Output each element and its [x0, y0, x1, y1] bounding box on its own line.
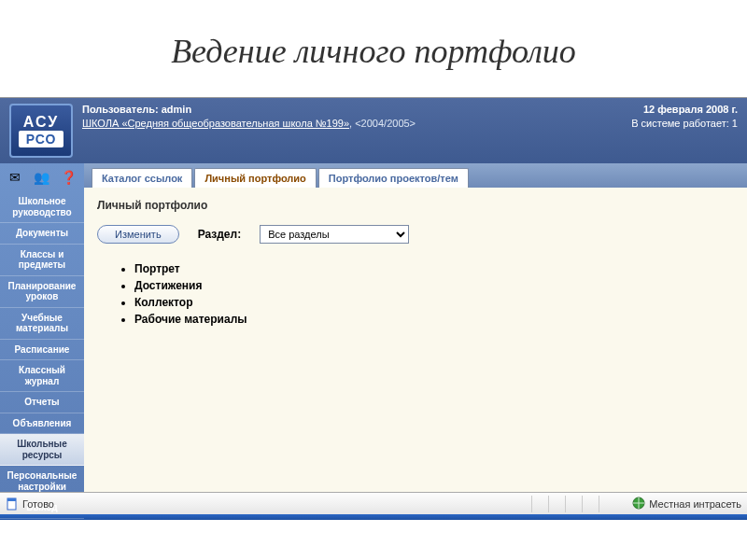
globe-icon	[632, 497, 645, 511]
sidebar-item-schedule[interactable]: Расписание	[0, 340, 84, 361]
user-info: Пользователь: admin ШКОЛА «Средняя общео…	[82, 104, 631, 158]
logo-text-bottom: РСО	[19, 131, 64, 147]
tab-projects-portfolio[interactable]: Портфолио проектов/тем	[318, 168, 469, 188]
sidebar-item-settings[interactable]: Персональные настройки	[0, 466, 84, 497]
slide-title: Ведение личного портфолио	[0, 0, 747, 97]
tabbar: Каталог ссылок Личный портфолио Портфоли…	[84, 163, 747, 188]
portfolio-sections-list: Портрет Достижения Коллектор Рабочие мат…	[97, 260, 734, 328]
logo[interactable]: АСУ РСО	[9, 104, 73, 158]
status-ready: Готово	[22, 498, 54, 510]
tab-personal-portfolio[interactable]: Личный портфолио	[194, 168, 316, 188]
header-date: 12 февраля 2008 г.	[631, 104, 738, 115]
school-year: , <2004/2005>	[349, 118, 416, 129]
mail-icon[interactable]: ✉	[5, 168, 25, 187]
user-label: Пользователь: admin	[82, 104, 631, 115]
tab-links-catalog[interactable]: Каталог ссылок	[92, 168, 192, 188]
logo-text-top: АСУ	[23, 114, 59, 131]
sidebar-item-classes[interactable]: Классы и предметы	[0, 245, 84, 276]
app-window: АСУ РСО Пользователь: admin ШКОЛА «Средн…	[0, 97, 747, 520]
list-item[interactable]: Коллектор	[134, 294, 734, 311]
section-title: Личный портфолио	[97, 199, 734, 212]
sidebar-item-journal[interactable]: Классный журнал	[0, 360, 84, 392]
edit-button[interactable]: Изменить	[97, 225, 179, 244]
status-cells	[531, 496, 615, 512]
sidebar-item-school-admin[interactable]: Школьное руководство	[0, 191, 84, 223]
section-select[interactable]: Все разделы	[260, 225, 409, 244]
header-online: В системе работает: 1	[631, 118, 738, 129]
browser-statusbar: Готово Местная интрасеть	[0, 492, 747, 514]
help-icon[interactable]: ❓	[59, 168, 79, 187]
section-select-label: Раздел:	[198, 228, 242, 241]
zone-label: Местная интрасеть	[649, 498, 741, 510]
taskbar-strip	[0, 514, 747, 520]
sidebar-item-materials[interactable]: Учебные материалы	[0, 308, 84, 340]
sidebar-item-planning[interactable]: Планирование уроков	[0, 276, 84, 308]
list-item[interactable]: Рабочие материалы	[134, 311, 734, 328]
list-item[interactable]: Портрет	[134, 260, 734, 277]
svg-rect-1	[7, 498, 16, 501]
security-zone[interactable]: Местная интрасеть	[632, 497, 741, 511]
header-right: 12 февраля 2008 г. В системе работает: 1	[631, 104, 738, 158]
controls-row: Изменить Раздел: Все разделы	[97, 225, 734, 244]
sidebar-item-reports[interactable]: Отчеты	[0, 392, 84, 413]
school-link[interactable]: ШКОЛА «Средняя общеобразовательная школа…	[82, 118, 349, 129]
content: Личный портфолио Изменить Раздел: Все ра…	[84, 188, 747, 492]
sidebar-item-resources[interactable]: Школьные ресурсы	[0, 434, 84, 466]
page-icon	[6, 497, 19, 511]
sidebar-item-announcements[interactable]: Объявления	[0, 413, 84, 435]
sidebar: ✉ 👥 ❓ Школьное руководство Документы Кла…	[0, 163, 84, 492]
users-icon[interactable]: 👥	[32, 168, 52, 187]
list-item[interactable]: Достижения	[134, 277, 734, 294]
app-header: АСУ РСО Пользователь: admin ШКОЛА «Средн…	[0, 98, 747, 163]
sidebar-item-documents[interactable]: Документы	[0, 223, 84, 245]
main-area: Каталог ссылок Личный портфолио Портфоли…	[84, 163, 747, 492]
